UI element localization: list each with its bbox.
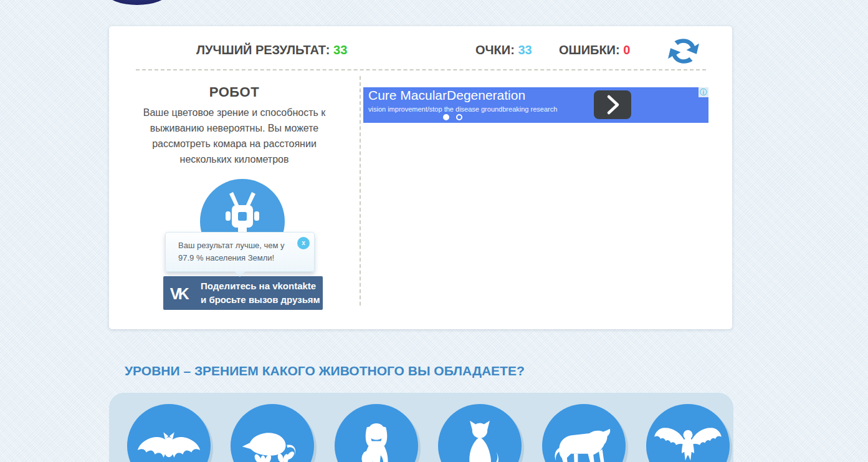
best-result-label: ЛУЧШИЙ РЕЗУЛЬТАТ: — [196, 43, 330, 57]
lion-icon — [551, 423, 616, 462]
errors-value: 0 — [623, 43, 630, 57]
errors: ОШИБКИ: 0 — [559, 43, 630, 57]
points-label: ОЧКИ: — [475, 43, 515, 57]
vertical-divider — [360, 76, 361, 306]
tooltip-line1: Ваш результат лучше, чем у — [178, 241, 285, 250]
vk-share-button[interactable]: VK Поделитесь на vkontakte и бросьте выз… — [163, 276, 323, 310]
level-icon-eagle[interactable] — [646, 404, 730, 462]
refresh-icon[interactable] — [665, 33, 702, 69]
svg-text:VK: VK — [170, 285, 189, 302]
result-left-column: РОБОТ Ваше цветовое зрение и способность… — [109, 70, 360, 329]
result-tooltip: Ваш результат лучше, чем у 97.9 % населе… — [165, 232, 315, 272]
eagle-icon — [654, 420, 722, 462]
chevron-right-icon[interactable] — [594, 90, 631, 119]
ad-info-icon[interactable]: ⓘ — [699, 87, 708, 97]
level-icon-dog[interactable] — [335, 404, 418, 462]
bat-icon — [136, 430, 201, 462]
best-result: ЛУЧШИЙ РЕЗУЛЬТАТ: 33 — [196, 43, 347, 57]
ad-title: Cure MacularDegeneration — [368, 88, 525, 103]
site-logo-partial — [107, 0, 167, 5]
score-row: ЛУЧШИЙ РЕЗУЛЬТАТ: 33 ОЧКИ: 33 ОШИБКИ: 0 — [109, 26, 732, 70]
ad-subtitle: vision improvement/stop the disease grou… — [368, 105, 557, 113]
points: ОЧКИ: 33 — [475, 43, 532, 57]
levels-panel — [109, 393, 733, 462]
levels-heading: УРОВНИ – ЗРЕНИЕМ КАКОГО ЖИВОТНОГО ВЫ ОБЛ… — [125, 363, 525, 378]
vk-share-label: Поделитесь на vkontakte и бросьте вызов … — [201, 279, 320, 307]
result-card: ЛУЧШИЙ РЕЗУЛЬТАТ: 33 ОЧКИ: 33 ОШИБКИ: 0 … — [109, 26, 732, 329]
errors-label: ОШИБКИ: — [559, 43, 620, 57]
tooltip-close-icon[interactable]: x — [297, 237, 310, 249]
level-icon-mole[interactable] — [231, 404, 314, 462]
level-icon-cat[interactable] — [438, 404, 522, 462]
result-animal-title: РОБОТ — [109, 84, 360, 100]
level-icon-lion[interactable] — [542, 404, 626, 462]
carousel-dot-2[interactable] — [456, 114, 462, 120]
level-icon-bat[interactable] — [127, 404, 211, 462]
dog-icon — [353, 420, 400, 462]
mole-icon — [241, 425, 303, 462]
points-value: 33 — [518, 43, 532, 57]
ad-carousel-dots — [443, 114, 462, 120]
carousel-dot-1[interactable] — [443, 114, 449, 120]
tooltip-line2: 97.9 % населения Земли! — [178, 253, 274, 262]
best-result-value: 33 — [333, 43, 347, 57]
result-description: Ваше цветовое зрение и способность к выж… — [128, 105, 340, 168]
vk-logo-icon: VK — [169, 281, 197, 306]
cat-icon — [456, 420, 503, 462]
ad-banner[interactable]: Cure MacularDegeneration vision improvem… — [363, 87, 708, 123]
